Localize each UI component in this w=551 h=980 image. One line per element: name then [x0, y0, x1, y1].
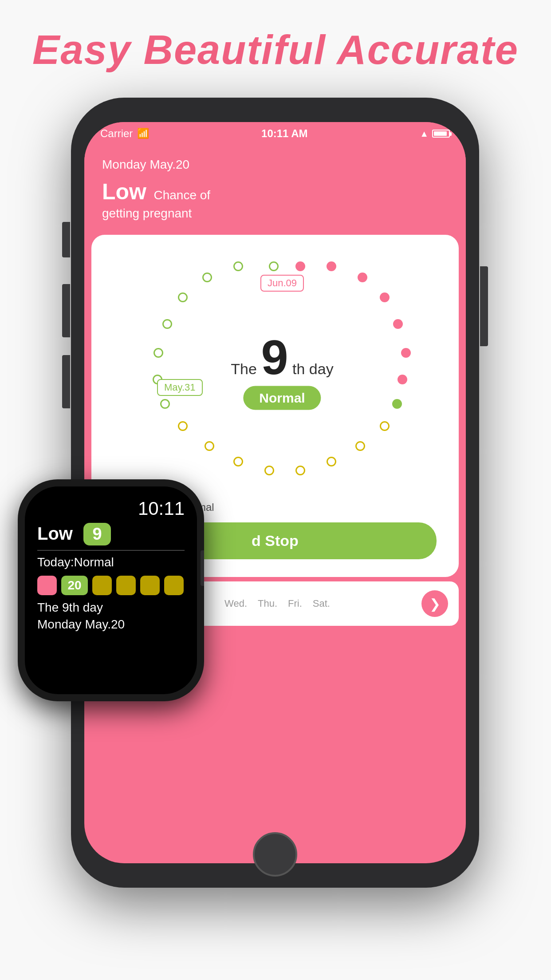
battery-icon	[432, 130, 450, 138]
watch-dot-green-num: 20	[61, 576, 88, 595]
watch-status-low: Low	[37, 524, 73, 544]
calendar-next-button[interactable]: ❯	[421, 590, 448, 617]
app-status-desc2: getting pregnant	[102, 206, 448, 221]
cycle-dot	[162, 319, 172, 329]
watch-dot-yellow-4	[164, 576, 184, 595]
phone-button-volume-down	[62, 355, 70, 408]
cycle-dot	[327, 457, 336, 466]
cycle-dot	[202, 273, 212, 282]
home-button[interactable]	[253, 832, 297, 877]
cycle-dot	[178, 292, 188, 302]
cycle-dot	[401, 348, 411, 358]
app-header: Monday May.20 Low Chance of getting preg…	[84, 145, 466, 235]
app-status-row: Low Chance of	[102, 179, 448, 205]
cycle-dot	[205, 441, 214, 451]
signal-icon: ▲	[420, 129, 429, 139]
phone-button-power	[480, 266, 488, 346]
watch-dot-yellow-2	[116, 576, 136, 595]
cycle-dot	[153, 348, 163, 358]
cycle-dot-normal	[392, 399, 402, 409]
app-status-low: Low	[102, 179, 146, 204]
status-bar-left: Carrier 📶	[100, 127, 149, 140]
phone-button-volume-up	[62, 284, 70, 337]
cal-day-fri: Fri.	[288, 598, 302, 609]
watch-screen: 10:11 Low 9 Today:Normal 20 The 9th day …	[25, 486, 197, 694]
watch-crown	[201, 550, 204, 586]
watch-dot-yellow-3	[140, 576, 160, 595]
date-label-jun: Jun.09	[260, 275, 304, 292]
app-status-desc: Chance of	[153, 188, 210, 202]
cycle-day-prefix: The 9 th day	[231, 335, 333, 379]
watch-divider	[37, 550, 185, 551]
watch-body: 10:11 Low 9 Today:Normal 20 The 9th day …	[18, 479, 204, 701]
cycle-dot	[358, 273, 367, 282]
watch-dot-yellow-1	[92, 576, 112, 595]
cycle-dot	[269, 261, 279, 271]
cal-day-sat: Sat.	[313, 598, 330, 609]
cycle-day-suffix: th day	[292, 360, 334, 377]
watch-time: 10:11	[37, 498, 185, 519]
status-bar-time: 10:11 AM	[261, 127, 307, 140]
watch-day-text: The 9th day	[37, 601, 185, 615]
watch-dot-pink	[37, 576, 57, 595]
cycle-dot	[398, 375, 407, 384]
phone-button-mute	[62, 222, 70, 257]
cycle-dot	[295, 261, 305, 271]
cycle-dot	[327, 261, 336, 271]
watch-mockup: 10:11 Low 9 Today:Normal 20 The 9th day …	[18, 479, 204, 701]
page-title: Easy Beautiful Accurate	[0, 0, 551, 73]
watch-status-row: Low 9	[37, 523, 185, 545]
watch-dots-row: 20	[37, 576, 185, 595]
cycle-dot	[233, 261, 243, 271]
normal-badge: Normal	[243, 386, 321, 410]
cal-day-thu: Thu.	[258, 598, 277, 609]
cycle-dot	[380, 421, 390, 431]
watch-today: Today:Normal	[37, 555, 185, 569]
cycle-dot	[233, 457, 243, 466]
cycle-dot	[264, 466, 274, 475]
cycle-dot	[160, 399, 170, 409]
cycle-dot	[295, 466, 305, 475]
cal-days: Wed. Thu. Fri. Sat.	[224, 598, 330, 609]
watch-date-text: Monday May.20	[37, 617, 185, 632]
wifi-icon: 📶	[137, 128, 149, 139]
cycle-dot	[380, 292, 390, 302]
cycle-dot	[393, 319, 403, 329]
status-bar: Carrier 📶 10:11 AM ▲	[84, 122, 466, 145]
cycle-dot	[178, 421, 188, 431]
cycle-dot	[355, 441, 365, 451]
carrier-label: Carrier	[100, 127, 133, 140]
app-date: Monday May.20	[102, 158, 448, 172]
watch-day-badge: 9	[83, 523, 110, 545]
cycle-day-number: 9	[261, 335, 288, 379]
cycle-diagram: Jun.09 May.31 The 9 th day Normal	[100, 248, 464, 497]
status-bar-right: ▲	[420, 129, 450, 139]
cal-day-wed: Wed.	[224, 598, 247, 609]
date-label-may: May.31	[157, 379, 203, 396]
cycle-center: The 9 th day Normal	[231, 335, 333, 410]
